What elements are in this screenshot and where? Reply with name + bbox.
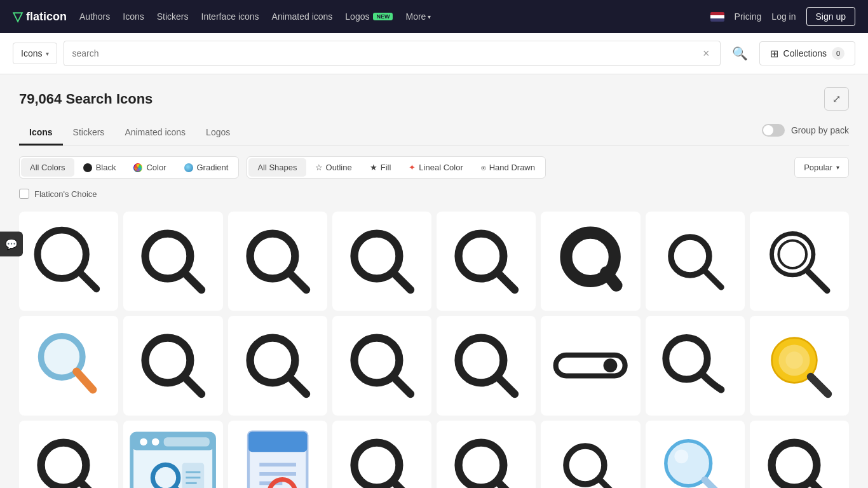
search-input-wrapper: × [64,41,720,66]
svg-line-12 [606,273,616,285]
brand-name: flaticon [26,10,67,24]
icon-cell-8[interactable] [750,212,849,311]
svg-line-23 [288,377,306,394]
tab-stickers[interactable]: Stickers [63,121,115,146]
icon-cell-10[interactable] [123,316,222,415]
icon-cell-6[interactable] [541,212,640,311]
signup-button[interactable]: Sign up [806,7,855,26]
filter-black[interactable]: Black [74,158,125,177]
collections-label: Collections [783,48,827,58]
search-submit-button[interactable]: 🔍 [727,41,753,66]
icon-cell-13[interactable] [437,316,536,415]
icon-cell-9[interactable] [19,316,118,415]
language-flag[interactable] [710,12,724,22]
svg-line-14 [703,270,721,287]
svg-point-40 [152,438,159,445]
icon-cell-20[interactable] [332,421,431,489]
search-type-selector[interactable]: Icons ▾ [13,43,57,64]
sort-chevron-icon: ▾ [836,164,839,171]
icon-cell-5[interactable] [437,212,536,311]
logo-icon: ▽ [13,9,22,24]
icon-cell-4[interactable] [332,212,431,311]
search-bar: Icons ▾ × 🔍 ⊞ Collections 0 [0,33,868,74]
pricing-link[interactable]: Pricing [735,11,762,22]
icon-cell-16[interactable] [750,316,849,415]
search-clear-button[interactable]: × [700,44,712,63]
svg-line-4 [184,273,201,290]
nav-logos[interactable]: Logos NEW [345,11,393,22]
svg-point-62 [674,449,688,463]
icon-cell-1[interactable] [19,212,118,311]
icon-cell-24[interactable] [750,421,849,489]
icon-cell-2[interactable] [123,212,222,311]
nav-links: Authors Icons Stickers Interface icons A… [79,11,698,22]
tab-icons[interactable]: Icons [19,121,63,146]
filter-black-label: Black [96,163,116,172]
icon-cell-17[interactable] [19,421,118,489]
icon-cell-11[interactable] [228,316,327,415]
login-button[interactable]: Log in [771,11,796,22]
color-dot-icon [133,163,142,172]
icon-cell-19[interactable] [228,421,327,489]
nav-stickers[interactable]: Stickers [157,11,189,22]
share-button[interactable]: ⤢ [824,87,849,111]
svg-point-34 [785,352,803,369]
fill-star-icon: ★ [370,163,377,172]
collections-button[interactable]: ⊞ Collections 0 [759,41,855,65]
icon-cell-15[interactable] [646,316,745,415]
floating-feedback-panel[interactable]: 💬 [0,232,23,257]
icon-cell-14[interactable] [541,316,640,415]
icon-cell-3[interactable] [228,212,327,311]
filter-outline[interactable]: ☆ Outline [306,158,361,177]
nav-logos-label: Logos [345,11,369,22]
nav-animated-icons[interactable]: Animated icons [272,11,333,22]
filter-outline-label: Outline [326,163,352,172]
main-content: 79,064 Search Icons ⤢ Icons Stickers Ani… [0,74,868,488]
filter-lineal-color[interactable]: ✦ Lineal Color [400,158,471,177]
search-type-chevron: ▾ [46,50,49,57]
icon-cell-7[interactable] [646,212,745,311]
filter-hand-drawn[interactable]: ⍟ Hand Drawn [472,158,544,177]
svg-line-2 [80,273,97,289]
shape-filter-group: All Shapes ☆ Outline ★ Fill ✦ Lineal Col… [247,156,546,179]
flaticons-choice-row: Flaticon's Choice [19,189,849,199]
nav-more-arrow: ▾ [428,13,431,20]
search-input[interactable] [72,48,700,58]
filter-hand-drawn-label: Hand Drawn [489,163,535,172]
flaticons-choice-checkbox[interactable] [19,189,29,199]
tab-animated-icons[interactable]: Animated icons [114,121,196,146]
icon-cell-22[interactable] [541,421,640,489]
svg-rect-41 [164,437,210,446]
nav-icons[interactable]: Icons [123,11,144,22]
brand-logo[interactable]: ▽ flaticon [13,9,67,24]
share-icon: ⤢ [832,93,841,104]
icon-cell-23[interactable] [646,421,745,489]
result-header: 79,064 Search Icons ⤢ [19,87,849,111]
nav-authors[interactable]: Authors [79,11,110,22]
filters-row: All Colors Black Color Gradient All Shap… [19,156,849,179]
lineal-star-icon: ✦ [409,163,416,172]
nav-more[interactable]: More ▾ [405,11,431,22]
filter-fill[interactable]: ★ Fill [361,158,400,177]
sort-popular-button[interactable]: Popular ▾ [794,157,849,178]
filter-color[interactable]: Color [125,158,175,177]
nav-interface-icons[interactable]: Interface icons [201,11,259,22]
icon-cell-18[interactable] [123,421,222,489]
tab-logos[interactable]: Logos [196,121,240,146]
filter-all-shapes[interactable]: All Shapes [248,158,306,177]
color-filter-group: All Colors Black Color Gradient [19,156,239,179]
filter-all-colors[interactable]: All Colors [21,158,74,177]
svg-line-19 [76,372,93,390]
gradient-dot-icon [184,163,193,172]
collections-count: 0 [832,47,844,60]
feedback-icon: 💬 [5,239,18,250]
icon-cell-12[interactable] [332,316,431,415]
navbar: ▽ flaticon Authors Icons Stickers Interf… [0,0,868,33]
filter-gradient[interactable]: Gradient [175,158,238,177]
group-by-pack-toggle[interactable] [762,124,785,137]
svg-line-10 [498,273,515,290]
group-by-pack: Group by pack [762,124,849,143]
filter-color-label: Color [146,163,166,172]
svg-line-63 [705,480,723,488]
icon-cell-21[interactable] [437,421,536,489]
